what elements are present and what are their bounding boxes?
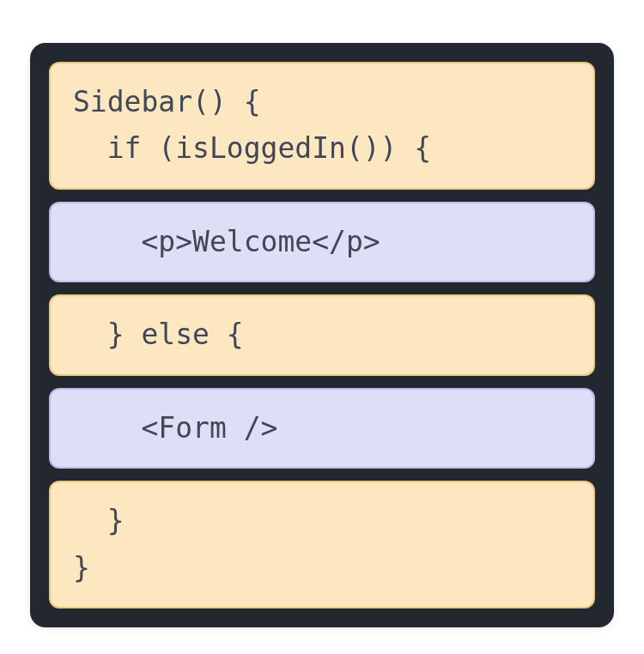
code-block-sidebar-if: Sidebar() { if (isLoggedIn()) { <box>49 62 595 190</box>
code-line: } <box>73 551 90 584</box>
code-diagram-container: Sidebar() { if (isLoggedIn()) { <p>Welco… <box>30 43 614 627</box>
code-line: Sidebar() { <box>73 85 261 118</box>
code-line: } <box>73 504 125 537</box>
code-block-form: <Form /> <box>49 388 595 469</box>
code-line: if (isLoggedIn()) { <box>73 131 431 165</box>
code-block-closing: } } <box>49 481 595 609</box>
code-block-else: } else { <box>49 294 595 375</box>
code-block-welcome: <p>Welcome</p> <box>49 202 595 282</box>
